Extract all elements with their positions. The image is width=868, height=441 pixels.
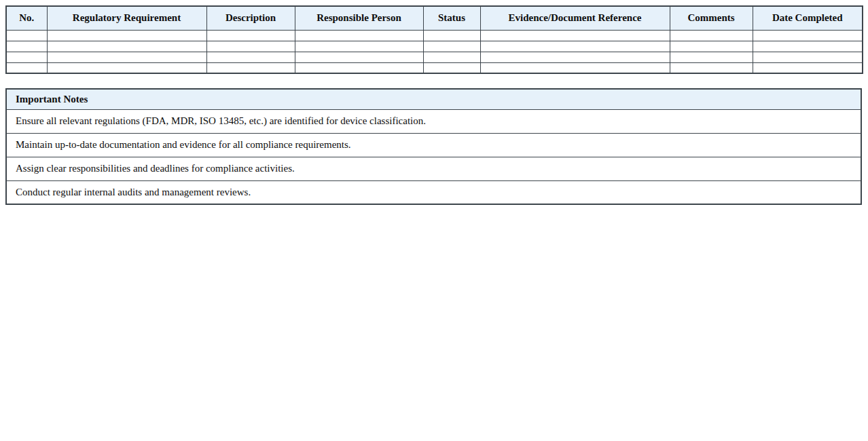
empty-cell[interactable] — [6, 41, 47, 52]
empty-cell[interactable] — [295, 30, 423, 41]
important-notes-table: Important Notes Ensure all relevant regu… — [5, 88, 862, 205]
notes-header-row: Important Notes — [6, 89, 861, 109]
empty-cell[interactable] — [480, 30, 670, 41]
note-row: Maintain up-to-date documentation and ev… — [6, 133, 861, 157]
empty-cell[interactable] — [670, 52, 753, 62]
empty-cell[interactable] — [670, 41, 753, 52]
note-row: Assign clear responsibilities and deadli… — [6, 157, 861, 180]
note-text: Maintain up-to-date documentation and ev… — [6, 133, 861, 157]
column-header-no: No. — [6, 6, 47, 30]
empty-cell[interactable] — [753, 41, 863, 52]
empty-checklist-row — [6, 62, 863, 73]
empty-cell[interactable] — [206, 30, 295, 41]
note-row: Ensure all relevant regulations (FDA, MD… — [6, 109, 861, 133]
column-header-regulatory-requirement: Regulatory Requirement — [47, 6, 206, 30]
empty-cell[interactable] — [423, 30, 480, 41]
empty-cell[interactable] — [295, 41, 423, 52]
empty-cell[interactable] — [6, 52, 47, 62]
empty-checklist-row — [6, 52, 863, 62]
empty-cell[interactable] — [47, 30, 206, 41]
note-text: Assign clear responsibilities and deadli… — [6, 157, 861, 180]
empty-cell[interactable] — [480, 62, 670, 73]
empty-cell[interactable] — [47, 52, 206, 62]
empty-cell[interactable] — [670, 30, 753, 41]
empty-cell[interactable] — [753, 52, 863, 62]
header-row: No. Regulatory Requirement Description R… — [6, 6, 863, 30]
empty-cell[interactable] — [6, 62, 47, 73]
empty-cell[interactable] — [423, 62, 480, 73]
empty-cell[interactable] — [47, 62, 206, 73]
empty-cell[interactable] — [670, 62, 753, 73]
empty-cell[interactable] — [47, 41, 206, 52]
empty-cell[interactable] — [423, 52, 480, 62]
empty-cell[interactable] — [753, 30, 863, 41]
note-text: Conduct regular internal audits and mana… — [6, 180, 861, 204]
empty-checklist-row — [6, 30, 863, 41]
empty-cell[interactable] — [753, 62, 863, 73]
empty-cell[interactable] — [480, 52, 670, 62]
column-header-evidence-document-reference: Evidence/Document Reference — [480, 6, 670, 30]
empty-cell[interactable] — [480, 41, 670, 52]
note-text: Ensure all relevant regulations (FDA, MD… — [6, 109, 861, 133]
note-row: Conduct regular internal audits and mana… — [6, 180, 861, 204]
empty-cell[interactable] — [295, 62, 423, 73]
column-header-responsible-person: Responsible Person — [295, 6, 423, 30]
empty-cell[interactable] — [206, 52, 295, 62]
empty-cell[interactable] — [6, 30, 47, 41]
compliance-checklist-table: No. Regulatory Requirement Description R… — [5, 5, 863, 74]
column-header-date-completed: Date Completed — [753, 6, 863, 30]
column-header-description: Description — [206, 6, 295, 30]
empty-cell[interactable] — [206, 41, 295, 52]
empty-checklist-row — [6, 41, 863, 52]
document-page: No. Regulatory Requirement Description R… — [0, 0, 868, 441]
column-header-status: Status — [423, 6, 480, 30]
empty-cell[interactable] — [206, 62, 295, 73]
notes-title: Important Notes — [6, 89, 861, 109]
column-header-comments: Comments — [670, 6, 753, 30]
empty-cell[interactable] — [295, 52, 423, 62]
empty-cell[interactable] — [423, 41, 480, 52]
